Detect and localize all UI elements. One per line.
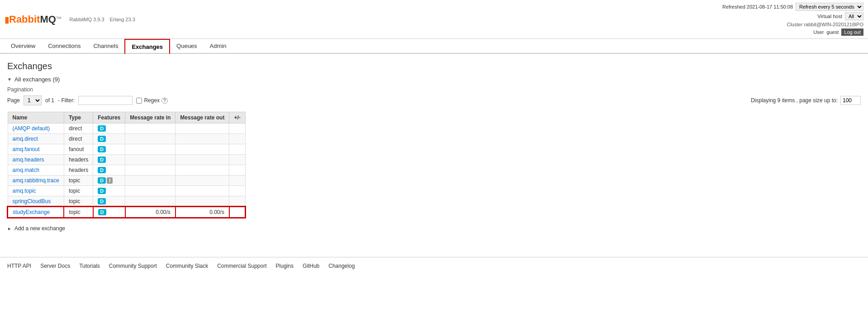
section-header[interactable]: ▼ All exchanges (9) — [7, 76, 861, 83]
footer-link[interactable]: Tutorials — [79, 263, 100, 269]
add-triangle: ► — [7, 226, 12, 231]
nav-overview[interactable]: Overview — [5, 39, 42, 53]
exchanges-table: Name Type Features Message rate in Messa… — [7, 112, 246, 218]
footer-link[interactable]: Community Slack — [166, 263, 208, 269]
page-title: Exchanges — [7, 61, 861, 71]
exchange-type: fanout — [64, 144, 93, 155]
footer-link[interactable]: Community Support — [109, 263, 157, 269]
exchange-name[interactable]: springCloudBus — [8, 196, 64, 207]
exchange-rate-in — [125, 165, 175, 176]
table-row[interactable]: amq.rabbitmq.tracetopicDI — [8, 176, 245, 186]
footer-link[interactable]: Plugins — [276, 263, 294, 269]
exchange-name[interactable]: amq.direct — [8, 134, 64, 144]
exchange-plus-minus — [229, 123, 245, 134]
exchange-name[interactable]: amq.fanout — [8, 144, 64, 155]
page-select[interactable]: 1 — [24, 95, 42, 105]
footer-link[interactable]: Commercial Support — [217, 263, 266, 269]
of-label: of 1 — [45, 97, 54, 104]
pagination-label: Pagination — [7, 86, 861, 93]
table-row[interactable]: springCloudBustopicD — [8, 196, 245, 207]
footer-link[interactable]: Changelog — [328, 263, 355, 269]
exchange-name[interactable]: amq.rabbitmq.trace — [8, 176, 64, 186]
exchange-rate-in — [125, 186, 175, 196]
logout-button[interactable]: Log out — [841, 28, 863, 36]
exchange-type: direct — [64, 123, 93, 134]
exchange-name[interactable]: amq.headers — [8, 155, 64, 165]
version-info: RabbitMQ 3.9.3 Erlang 23.3 — [69, 17, 135, 22]
exchange-name[interactable]: amq.match — [8, 165, 64, 176]
table-row[interactable]: amq.headersheadersD — [8, 155, 245, 165]
exchange-rate-in — [125, 196, 175, 207]
table-row[interactable]: studyExchangetopicD0.00/s0.00/s — [8, 207, 245, 218]
exchange-plus-minus — [229, 165, 245, 176]
footer-link[interactable]: HTTP API — [7, 263, 31, 269]
exchange-rate-out — [175, 196, 229, 207]
filter-input[interactable] — [78, 96, 133, 105]
page-size-input[interactable] — [840, 96, 861, 105]
table-row[interactable]: amq.fanoutfanoutD — [8, 144, 245, 155]
exchange-rate-out — [175, 134, 229, 144]
vhost-label: Virtual host — [817, 14, 842, 19]
logo-tm: TM — [56, 15, 62, 19]
regex-help[interactable]: ? — [161, 98, 168, 104]
vhost-select[interactable]: All / — [845, 12, 863, 20]
exchange-plus-minus — [229, 176, 245, 186]
exchange-name[interactable]: amq.topic — [8, 186, 64, 196]
exchange-rate-out — [175, 144, 229, 155]
regex-checkbox[interactable] — [136, 98, 142, 104]
col-rate-out: Message rate out — [175, 112, 229, 123]
header-right: Refreshed 2021-08-17 11:50:08 Manually E… — [722, 3, 863, 36]
exchange-name[interactable]: studyExchange — [8, 207, 64, 218]
table-row[interactable]: amq.directdirectD — [8, 134, 245, 144]
exchange-features: D — [93, 155, 125, 165]
exchange-rate-in: 0.00/s — [125, 207, 175, 218]
nav-exchanges[interactable]: Exchanges — [124, 39, 170, 54]
nav-channels[interactable]: Channels — [87, 39, 124, 53]
table-header-row: Name Type Features Message rate in Messa… — [8, 112, 245, 123]
cluster-row: Cluster rabbit@WIN-20201218IPO — [787, 22, 863, 27]
items-info-text: Displaying 9 items , page size up to: — [751, 97, 838, 104]
exchange-rate-out — [175, 176, 229, 186]
exchange-type: topic — [64, 207, 93, 218]
table-row[interactable]: amq.matchheadersD — [8, 165, 245, 176]
exchange-rate-in — [125, 123, 175, 134]
exchange-rate-out — [175, 123, 229, 134]
exchange-features: D — [93, 186, 125, 196]
cluster-value: rabbit@WIN-20201218IPO — [804, 22, 863, 27]
refresh-select[interactable]: Manually Every 5 seconds Refresh every 5… — [796, 3, 863, 11]
exchange-plus-minus — [229, 134, 245, 144]
exchange-rate-out: 0.00/s — [175, 207, 229, 218]
add-exchange-section[interactable]: ► Add a new exchange — [7, 225, 861, 232]
exchange-rate-out — [175, 186, 229, 196]
footer-link[interactable]: GitHub — [303, 263, 319, 269]
vhost-row: Virtual host All / — [817, 12, 863, 20]
items-info: Displaying 9 items , page size up to: — [751, 96, 861, 105]
exchange-features: D — [93, 207, 125, 218]
nav-admin[interactable]: Admin — [204, 39, 233, 53]
exchange-type: topic — [64, 176, 93, 186]
table-row[interactable]: amq.topictopicD — [8, 186, 245, 196]
logo: ▮RabbitMQTM — [5, 14, 61, 25]
exchange-type: topic — [64, 196, 93, 207]
refreshed-label: Refreshed 2021-08-17 11:50:08 — [722, 4, 793, 9]
rabbitmq-version: RabbitMQ 3.9.3 — [69, 17, 104, 22]
table-body: (AMQP default)directDamq.directdirectDam… — [8, 123, 245, 218]
user-value: guest — [826, 29, 839, 35]
exchange-name[interactable]: (AMQP default) — [8, 123, 64, 134]
footer-link[interactable]: Server Docs — [40, 263, 70, 269]
exchange-features: D — [93, 165, 125, 176]
user-row: User guest Log out — [813, 28, 863, 36]
exchange-type: topic — [64, 186, 93, 196]
col-type: Type — [64, 112, 93, 123]
user-label: User — [813, 29, 824, 35]
page-label: Page — [7, 97, 20, 104]
exchange-rate-out — [175, 155, 229, 165]
table-row[interactable]: (AMQP default)directD — [8, 123, 245, 134]
exchange-plus-minus — [229, 186, 245, 196]
nav-queues[interactable]: Queues — [170, 39, 204, 53]
exchange-rate-in — [125, 134, 175, 144]
regex-label: Regex ? — [136, 97, 167, 104]
exchange-features: D — [93, 134, 125, 144]
nav-connections[interactable]: Connections — [42, 39, 87, 53]
exchange-features: D — [93, 196, 125, 207]
